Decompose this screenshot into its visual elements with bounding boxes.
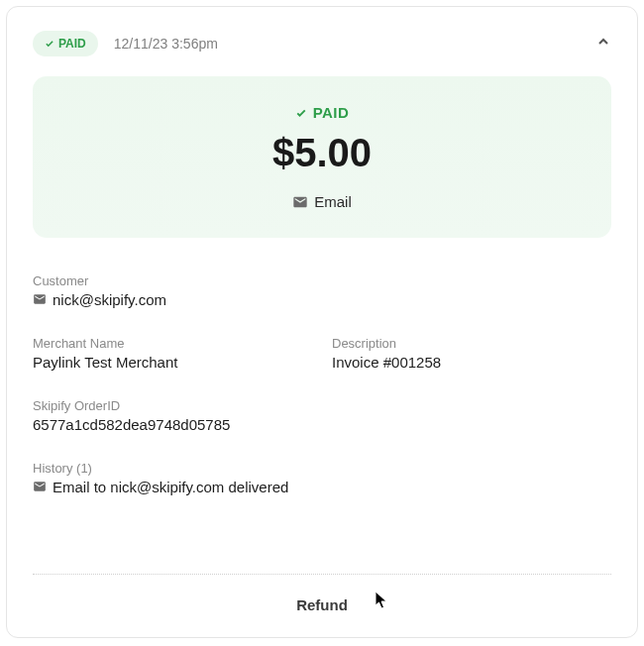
merchant-field: Merchant Name Paylink Test Merchant [33,336,312,371]
customer-email: nick@skipify.com [53,291,166,308]
amount-summary: PAID $5.00 Email [33,76,611,238]
description-field: Description Invoice #001258 [332,336,611,371]
check-icon [295,107,307,119]
check-icon [45,39,54,49]
merchant-label: Merchant Name [33,336,312,351]
email-icon [33,480,47,493]
email-icon [33,292,47,306]
customer-value: nick@skipify.com [33,291,611,308]
amount-value: $5.00 [53,131,591,175]
payment-card: PAID 12/11/23 3:56pm PAID $5.00 Email Cu… [6,6,638,638]
chevron-up-icon [595,34,611,50]
order-value: 6577a1cd582dea9748d05785 [33,416,611,433]
summary-status: PAID [295,104,350,121]
status-badge: PAID [33,31,98,56]
description-label: Description [332,336,611,351]
order-field: Skipify OrderID 6577a1cd582dea9748d05785 [33,398,611,433]
order-label: Skipify OrderID [33,398,611,413]
history-label: History (1) [33,461,611,476]
timestamp: 12/11/23 3:56pm [114,36,218,52]
history-entry: Email to nick@skipify.com delivered [33,479,611,495]
collapse-toggle[interactable] [595,34,611,54]
customer-label: Customer [33,273,611,288]
email-button-label: Email [314,193,352,210]
details-grid: Customer nick@skipify.com Merchant Name … [33,273,611,495]
customer-field: Customer nick@skipify.com [33,273,611,308]
divider [33,574,611,575]
merchant-value: Paylink Test Merchant [33,354,312,371]
history-field: History (1) Email to nick@skipify.com de… [33,461,611,495]
card-header: PAID 12/11/23 3:56pm [33,31,611,56]
summary-status-label: PAID [313,104,350,121]
description-value: Invoice #001258 [332,354,611,371]
refund-button[interactable]: Refund [33,596,611,613]
status-label: PAID [58,37,86,51]
email-button[interactable]: Email [292,193,352,210]
email-icon [292,194,308,210]
